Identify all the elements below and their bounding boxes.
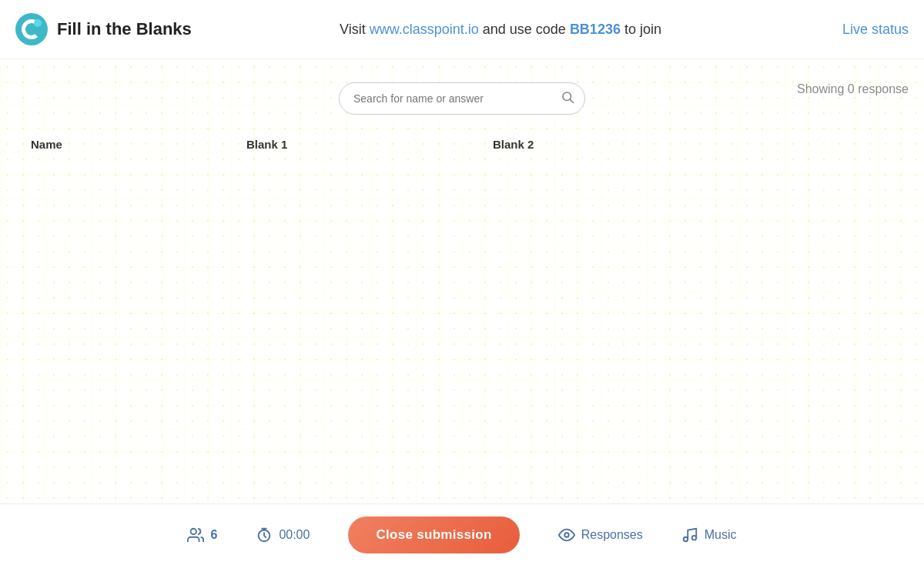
showing-response-label: Showing 0 response (797, 82, 909, 96)
app-title: Fill in the Blanks (57, 19, 192, 39)
search-area: Showing 0 response (0, 59, 924, 115)
svg-point-4 (191, 528, 196, 533)
live-status-button[interactable]: Live status (842, 22, 909, 37)
to-join-text: to join (624, 22, 661, 37)
search-input[interactable] (339, 82, 585, 115)
visit-text: Visit (340, 22, 370, 37)
svg-point-6 (564, 533, 569, 537)
svg-point-7 (684, 537, 688, 541)
timer-display: 00:00 (279, 528, 310, 542)
classpoint-url[interactable]: www.classpoint.io (370, 22, 479, 37)
close-submission-button[interactable]: Close submission (348, 517, 519, 553)
search-container (339, 82, 585, 115)
svg-point-1 (34, 19, 42, 27)
column-header-name: Name (31, 138, 246, 151)
music-label: Music (705, 528, 737, 542)
music-item[interactable]: Music (681, 527, 737, 543)
logo-area: Fill in the Blanks (15, 13, 208, 45)
svg-point-0 (15, 13, 48, 45)
table-area: Name Blank 1 Blank 2 (0, 115, 924, 174)
header-right-area: Live status (793, 22, 909, 38)
timer-icon (256, 527, 273, 543)
header-join-info: Visit www.classpoint.io and use code BB1… (208, 22, 793, 38)
column-header-blank2: Blank 2 (493, 138, 739, 151)
column-header-blank1: Blank 1 (246, 138, 493, 151)
participant-count: 6 (210, 528, 217, 542)
use-code-text: and use code (483, 22, 570, 37)
timer-item: 00:00 (256, 527, 310, 543)
bottom-bar: 6 00:00 Close submission Responses Music (0, 503, 924, 565)
join-code: BB1236 (570, 22, 621, 37)
eye-icon (558, 527, 575, 543)
participants-icon (187, 527, 204, 543)
classpoint-logo-icon (15, 13, 48, 45)
music-icon (681, 527, 698, 543)
app-header: Fill in the Blanks Visit www.classpoint.… (0, 0, 924, 59)
participant-count-item: 6 (187, 527, 217, 543)
responses-label: Responses (581, 528, 643, 542)
responses-item[interactable]: Responses (558, 527, 643, 543)
svg-point-8 (692, 535, 697, 540)
table-header: Name Blank 1 Blank 2 (31, 130, 893, 159)
main-content-area: Showing 0 response Name Blank 1 Blank 2 (0, 59, 924, 503)
